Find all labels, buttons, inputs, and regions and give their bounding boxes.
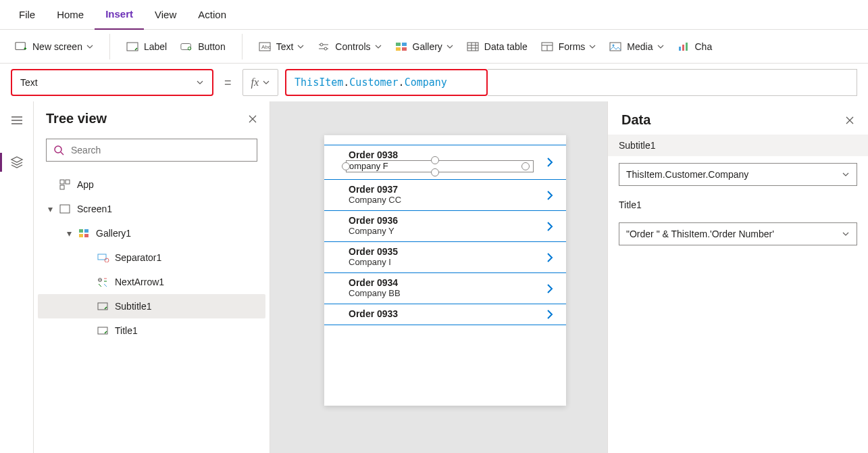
svg-rect-21 bbox=[66, 180, 70, 184]
tree-item-label: App bbox=[77, 179, 94, 190]
resize-handle[interactable] bbox=[431, 168, 439, 176]
new-screen-button[interactable]: New screen bbox=[8, 37, 100, 57]
app-preview[interactable]: Order 0938ompany FOrder 0937Company CCOr… bbox=[324, 135, 566, 406]
next-arrow-icon[interactable] bbox=[546, 252, 554, 264]
chart-icon bbox=[678, 41, 690, 53]
next-arrow-icon[interactable] bbox=[546, 220, 554, 233]
data-table-button[interactable]: Data table bbox=[460, 37, 534, 57]
media-dropdown[interactable]: Media bbox=[603, 37, 670, 57]
menu-file[interactable]: File bbox=[8, 0, 46, 30]
tree-search-input[interactable] bbox=[70, 144, 250, 156]
title-field-label[interactable]: Title1 bbox=[608, 194, 868, 216]
tree-item-separator1[interactable]: Separator1 bbox=[38, 245, 265, 270]
tree-view-button[interactable] bbox=[3, 149, 30, 176]
chevron-down-icon bbox=[86, 43, 93, 50]
gallery-icon bbox=[395, 41, 407, 53]
tree-item-icon bbox=[97, 253, 111, 262]
gallery-item-subtitle: Company CC bbox=[349, 195, 554, 205]
forms-dropdown[interactable]: Forms bbox=[534, 37, 603, 57]
svg-rect-32 bbox=[98, 327, 107, 334]
svg-rect-27 bbox=[84, 234, 88, 237]
gallery-item[interactable]: Order 0938ompany F bbox=[324, 145, 566, 180]
tree-item-subtitle1[interactable]: Subtitle1 bbox=[38, 294, 265, 318]
tree-item-title1[interactable]: Title1 bbox=[38, 318, 265, 343]
close-data-button[interactable] bbox=[845, 116, 854, 125]
title-field-input[interactable]: "Order " & ThisItem.'Order Number' bbox=[619, 222, 857, 245]
canvas[interactable]: Order 0938ompany FOrder 0937Company CCOr… bbox=[270, 101, 607, 453]
property-selector[interactable]: Text bbox=[11, 69, 213, 96]
gallery-item-title: Order 0933 bbox=[349, 308, 554, 319]
next-arrow-icon[interactable] bbox=[546, 156, 554, 168]
formula-token: . bbox=[399, 76, 405, 89]
tree-item-label: Screen1 bbox=[77, 204, 112, 214]
formula-bar-extend[interactable] bbox=[488, 69, 857, 96]
subtitle-field-label[interactable]: Subtitle1 bbox=[608, 135, 868, 156]
tree-item-gallery1[interactable]: ▾Gallery1 bbox=[38, 221, 265, 245]
resize-handle[interactable] bbox=[431, 156, 439, 164]
svg-rect-2 bbox=[181, 43, 190, 49]
label-icon bbox=[126, 41, 138, 53]
svg-rect-31 bbox=[98, 303, 107, 310]
gallery-item[interactable]: Order 0934Company BB bbox=[324, 273, 566, 304]
data-panel-title: Data bbox=[621, 112, 845, 128]
hamburger-button[interactable] bbox=[3, 107, 30, 134]
hamburger-icon bbox=[11, 116, 23, 125]
svg-rect-20 bbox=[60, 180, 64, 184]
fx-button[interactable]: fx bbox=[242, 69, 279, 96]
tree-item-label: Gallery1 bbox=[96, 228, 131, 239]
svg-rect-16 bbox=[679, 47, 681, 51]
svg-point-19 bbox=[55, 146, 61, 153]
close-icon bbox=[248, 114, 257, 124]
svg-rect-11 bbox=[402, 47, 407, 51]
menu-view[interactable]: View bbox=[144, 0, 187, 30]
menu-home[interactable]: Home bbox=[46, 0, 95, 30]
tree-item-label: Subtitle1 bbox=[115, 301, 151, 312]
resize-handle[interactable] bbox=[521, 162, 530, 170]
close-tree-button[interactable] bbox=[248, 114, 257, 124]
menu-bar: File Home Insert View Action bbox=[0, 0, 868, 30]
title-field-value: "Order " & ThisItem.'Order Number' bbox=[626, 229, 774, 239]
layers-icon bbox=[10, 156, 24, 168]
ribbon: New screen Label Button bbox=[0, 30, 868, 64]
tree-item-app[interactable]: App bbox=[38, 172, 265, 197]
next-arrow-icon[interactable] bbox=[546, 308, 554, 320]
subtitle-field-input[interactable]: ThisItem.Customer.Company bbox=[619, 163, 857, 186]
button-button[interactable]: Button bbox=[174, 37, 232, 57]
gallery-item[interactable]: Order 0936Company Y bbox=[324, 211, 566, 242]
subtitle-field-value: ThisItem.Customer.Company bbox=[626, 169, 748, 180]
media-icon bbox=[609, 41, 621, 53]
screen-icon bbox=[15, 41, 27, 53]
tree-item-label: NextArrow1 bbox=[115, 277, 164, 287]
tree-item-nextarrow1[interactable]: NextArrow1 bbox=[38, 270, 265, 294]
menu-action[interactable]: Action bbox=[187, 0, 237, 30]
tree-twisty-icon[interactable]: ▾ bbox=[45, 204, 55, 214]
next-arrow-icon[interactable] bbox=[546, 283, 554, 295]
svg-point-7 bbox=[324, 47, 327, 50]
text-dropdown-label: Text bbox=[276, 41, 294, 52]
selected-subtitle-box[interactable]: ompany F bbox=[346, 160, 534, 172]
menu-insert[interactable]: Insert bbox=[95, 0, 144, 30]
forms-icon bbox=[541, 41, 553, 53]
charts-dropdown[interactable]: Cha bbox=[671, 37, 719, 57]
tree-item-screen1[interactable]: ▾Screen1 bbox=[38, 197, 265, 221]
gallery-control[interactable]: Order 0938ompany FOrder 0937Company CCOr… bbox=[324, 145, 566, 325]
text-dropdown[interactable]: Abc Text bbox=[252, 37, 311, 57]
label-button[interactable]: Label bbox=[120, 37, 174, 57]
svg-point-29 bbox=[105, 258, 109, 262]
tree-search-box[interactable] bbox=[46, 139, 257, 162]
chevron-down-icon bbox=[196, 78, 204, 87]
formula-input[interactable]: ThisItem.Customer.Company bbox=[285, 69, 488, 96]
gallery-dropdown[interactable]: Gallery bbox=[388, 37, 460, 57]
controls-dropdown[interactable]: Controls bbox=[311, 37, 388, 57]
formula-token: Company bbox=[405, 76, 447, 89]
ribbon-separator bbox=[242, 34, 242, 59]
svg-rect-28 bbox=[98, 254, 106, 260]
tree-twisty-icon[interactable]: ▾ bbox=[63, 228, 74, 239]
gallery-item[interactable]: Order 0933 bbox=[324, 304, 566, 325]
resize-handle[interactable] bbox=[342, 162, 350, 170]
svg-rect-8 bbox=[396, 43, 401, 46]
search-icon bbox=[53, 145, 64, 156]
gallery-item[interactable]: Order 0937Company CC bbox=[324, 180, 566, 211]
next-arrow-icon[interactable] bbox=[546, 189, 554, 201]
gallery-item[interactable]: Order 0935Company I bbox=[324, 242, 566, 273]
